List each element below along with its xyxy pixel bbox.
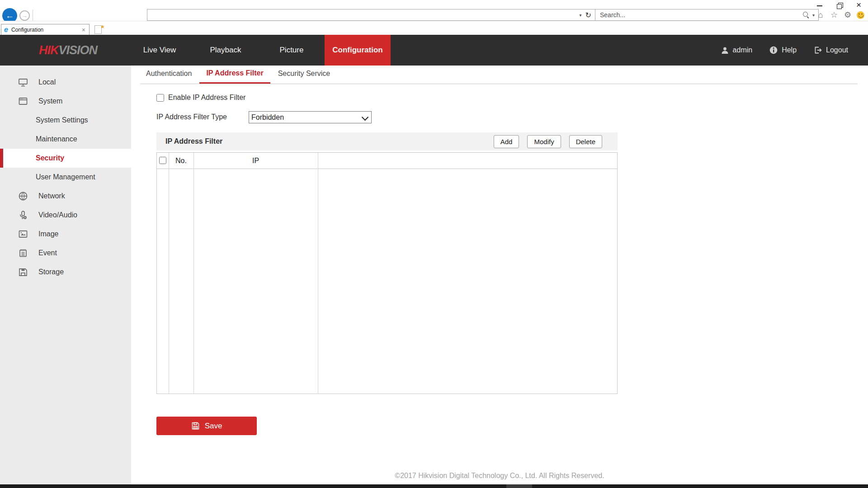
settings-icon[interactable] bbox=[843, 10, 852, 20]
logout-label: Logout bbox=[826, 46, 848, 54]
search-box bbox=[595, 9, 819, 21]
search-input[interactable] bbox=[595, 9, 802, 20]
select-all-checkbox[interactable] bbox=[159, 157, 166, 164]
sidebar-item-label: Network bbox=[38, 192, 65, 200]
sidebar-item-network[interactable]: Network bbox=[0, 187, 131, 206]
feedback-smiley-icon[interactable] bbox=[857, 11, 864, 19]
sidebar-item-label: Security bbox=[36, 154, 64, 162]
nav-configuration[interactable]: Configuration bbox=[325, 35, 391, 66]
monitor-icon bbox=[18, 77, 28, 87]
site-header: HIKVISION Live View Playback Picture Con… bbox=[0, 35, 868, 66]
sidebar-item-maintenance[interactable]: Maintenance bbox=[0, 130, 131, 149]
panel-buttons: Add Modify Delete bbox=[494, 135, 602, 148]
sidebar-item-system[interactable]: System bbox=[0, 92, 131, 111]
enable-ip-filter-checkbox[interactable] bbox=[156, 94, 164, 102]
browser-forward-button[interactable] bbox=[19, 10, 30, 21]
delete-button[interactable]: Delete bbox=[569, 135, 602, 148]
sidebar: Local System System Settings Maintenance… bbox=[0, 66, 131, 484]
sidebar-item-label: Event bbox=[38, 249, 57, 257]
column-divider bbox=[169, 153, 169, 394]
logo-hik: HIK bbox=[39, 43, 59, 57]
address-dropdown-icon[interactable] bbox=[577, 13, 585, 18]
tab-ip-address-filter[interactable]: IP Address Filter bbox=[199, 69, 270, 84]
nav-picture[interactable]: Picture bbox=[259, 35, 325, 66]
browser-chrome: e Configuration bbox=[0, 0, 868, 35]
sidebar-item-local[interactable]: Local bbox=[0, 73, 131, 92]
sidebar-item-video-audio[interactable]: Video/Audio bbox=[0, 206, 131, 225]
filter-type-row: IP Address Filter Type Forbidden bbox=[156, 111, 372, 123]
content-tabs: Authentication IP Address Filter Securit… bbox=[140, 66, 858, 84]
divider bbox=[33, 9, 33, 21]
close-icon[interactable] bbox=[855, 2, 863, 9]
save-icon bbox=[191, 422, 200, 430]
modify-button[interactable]: Modify bbox=[527, 135, 561, 148]
new-tab-button[interactable] bbox=[93, 25, 104, 34]
sidebar-item-label: Local bbox=[38, 78, 56, 86]
ip-filter-panel: IP Address Filter Add Modify Delete No. … bbox=[156, 132, 618, 394]
system-icon bbox=[18, 96, 28, 106]
taskbar-item bbox=[506, 484, 532, 488]
user-name: admin bbox=[733, 46, 753, 54]
sidebar-item-label: Video/Audio bbox=[38, 211, 77, 219]
event-icon bbox=[18, 248, 28, 258]
filter-type-select[interactable]: Forbidden bbox=[249, 111, 372, 123]
sidebar-item-label: Maintenance bbox=[36, 135, 77, 143]
tab-close-icon[interactable] bbox=[81, 26, 86, 33]
window-controls bbox=[816, 2, 863, 9]
logout-button[interactable]: Logout bbox=[814, 46, 848, 54]
filter-type-select-wrap: Forbidden bbox=[249, 111, 372, 123]
refresh-icon[interactable] bbox=[585, 11, 595, 19]
logo-vision: VISION bbox=[59, 43, 98, 57]
sidebar-item-label: System bbox=[38, 97, 62, 105]
panel-header: IP Address Filter Add Modify Delete bbox=[156, 132, 618, 150]
image-icon bbox=[18, 229, 28, 239]
favorites-icon[interactable] bbox=[830, 10, 839, 20]
globe-icon bbox=[18, 191, 28, 201]
add-button[interactable]: Add bbox=[494, 135, 519, 148]
save-button[interactable]: Save bbox=[156, 417, 257, 435]
enable-ip-filter-label: Enable IP Address Filter bbox=[168, 94, 245, 102]
logout-icon bbox=[814, 46, 822, 54]
help-button[interactable]: Help bbox=[769, 46, 797, 54]
nav-playback[interactable]: Playback bbox=[193, 35, 259, 66]
sidebar-item-storage[interactable]: Storage bbox=[0, 263, 131, 282]
user-icon bbox=[721, 47, 729, 54]
tab-authentication[interactable]: Authentication bbox=[146, 70, 192, 84]
home-icon[interactable] bbox=[816, 10, 825, 20]
sidebar-item-label: Storage bbox=[38, 268, 64, 276]
browser-tab-title: Configuration bbox=[11, 27, 81, 33]
browser-toolbar bbox=[816, 10, 864, 20]
microphone-icon bbox=[18, 210, 28, 220]
tab-security-service[interactable]: Security Service bbox=[278, 70, 330, 84]
hikvision-logo: HIKVISION bbox=[39, 43, 97, 57]
nav-live-view[interactable]: Live View bbox=[127, 35, 193, 66]
column-divider bbox=[193, 153, 194, 394]
sidebar-item-security[interactable]: Security bbox=[0, 149, 131, 168]
column-divider bbox=[318, 153, 318, 394]
minimize-icon[interactable] bbox=[816, 2, 824, 9]
sidebar-item-label: User Management bbox=[36, 173, 95, 181]
main-content: Authentication IP Address Filter Securit… bbox=[131, 66, 868, 484]
sidebar-item-image[interactable]: Image bbox=[0, 225, 131, 244]
sidebar-item-user-management[interactable]: User Management bbox=[0, 168, 131, 187]
column-header-no: No. bbox=[169, 153, 193, 169]
filter-type-label: IP Address Filter Type bbox=[156, 113, 249, 121]
header-right: admin Help Logout bbox=[721, 35, 848, 66]
help-label: Help bbox=[782, 46, 797, 54]
copyright-footer: ©2017 Hikvision Digital Technology Co., … bbox=[131, 472, 868, 480]
sidebar-item-event[interactable]: Event bbox=[0, 244, 131, 263]
main-nav: Live View Playback Picture Configuration bbox=[127, 35, 391, 66]
search-icon[interactable] bbox=[802, 11, 810, 19]
panel-title: IP Address Filter bbox=[165, 137, 222, 145]
table-header-row: No. IP bbox=[157, 153, 617, 169]
enable-ip-filter-row: Enable IP Address Filter bbox=[156, 94, 245, 102]
tab-strip: e Configuration bbox=[0, 21, 868, 35]
save-label: Save bbox=[205, 422, 222, 431]
address-input[interactable] bbox=[147, 9, 577, 20]
restore-icon[interactable] bbox=[835, 2, 844, 9]
ie-icon: e bbox=[4, 26, 8, 34]
ip-filter-table: No. IP bbox=[156, 152, 618, 394]
sidebar-item-system-settings[interactable]: System Settings bbox=[0, 111, 131, 130]
storage-icon bbox=[18, 267, 28, 277]
browser-tab-configuration[interactable]: e Configuration bbox=[1, 24, 90, 35]
